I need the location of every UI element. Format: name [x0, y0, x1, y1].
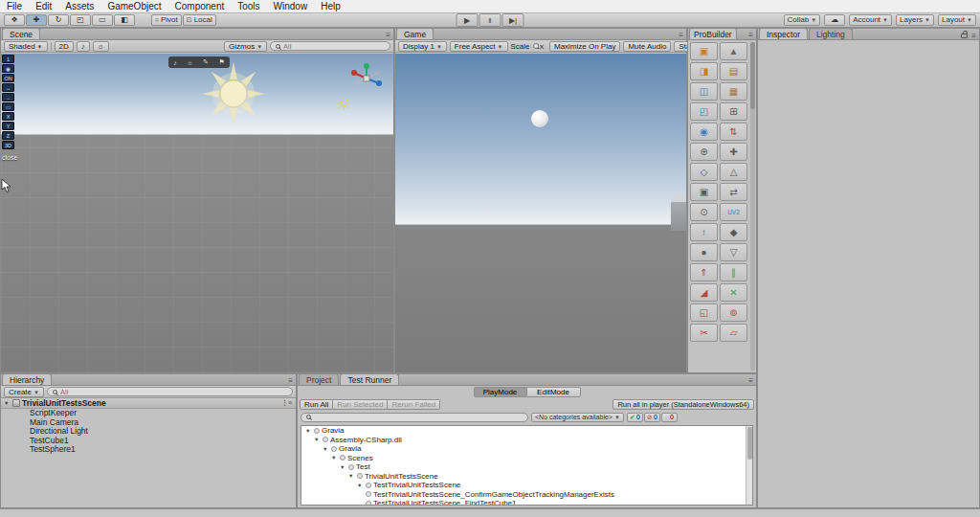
scale-slider-knob[interactable]	[533, 43, 539, 49]
shading-mode-dropdown[interactable]: Shaded▼	[4, 41, 48, 52]
test-tree-scrollbar[interactable]	[746, 426, 752, 505]
mirror-objects[interactable]: ⇄	[720, 183, 747, 201]
export-asset[interactable]: ↑	[690, 223, 718, 241]
foldout-icon[interactable]: ▼	[340, 464, 346, 470]
2d-toggle[interactable]: 2D	[55, 41, 74, 52]
maximize-on-play-toggle[interactable]: Maximize On Play	[549, 41, 620, 52]
menu-window[interactable]: Window	[267, 0, 315, 13]
menu-edit[interactable]: Edit	[29, 0, 58, 13]
connect-edges[interactable]: ✕	[720, 283, 747, 302]
light-icon[interactable]: ☼	[187, 59, 192, 66]
local-toggle[interactable]: ⊡Local	[183, 14, 216, 26]
editmode-tab[interactable]: EditMode	[527, 387, 581, 397]
vertex-colors[interactable]: ◉	[690, 123, 718, 141]
probuilderize[interactable]: ◆	[720, 223, 747, 241]
select-hidden[interactable]: ●	[690, 243, 718, 261]
scrollbar-thumb[interactable]	[750, 42, 755, 109]
create-dropdown[interactable]: Create▼	[4, 387, 44, 397]
merge-objects[interactable]: ▣	[690, 183, 718, 201]
test-tree-item[interactable]: ▼Gravia	[301, 426, 752, 436]
test-tree-item[interactable]: ▼Assembly-CSharp.dll	[301, 436, 752, 445]
overlay-x-move[interactable]: ↔	[2, 83, 14, 92]
material-palette[interactable]: ▦	[720, 82, 747, 101]
tab-test-runner[interactable]: Test Runner	[340, 373, 399, 385]
run-all-button[interactable]: Run All	[300, 399, 333, 410]
pane-menu-icon[interactable]: ≡	[748, 376, 753, 385]
weld-vertices[interactable]: ⊚	[720, 303, 747, 322]
hierarchy-item-testsphere1[interactable]: TestSphere1	[1, 445, 296, 455]
scrollbar-thumb[interactable]	[747, 427, 752, 460]
new-shape-tool[interactable]: ▣	[690, 42, 718, 60]
test-tree-item[interactable]: ▼Gravia	[301, 444, 752, 454]
test-tree-item[interactable]: TestTrivialUnitTestsScene_ConfirmGameObj…	[301, 490, 752, 500]
freeze-transform[interactable]: ✚	[720, 143, 747, 161]
step-button[interactable]: ▶|	[502, 13, 524, 27]
overlay-plane[interactable]: ▭	[2, 102, 14, 111]
test-tree-item[interactable]: ▼TestTrivialUnitTestsScene	[301, 481, 752, 490]
collab-dropdown[interactable]: Collab▼	[784, 14, 821, 26]
transform-tool[interactable]: ◧	[114, 14, 135, 26]
smoothing-editor[interactable]: ◫	[690, 82, 718, 101]
foldout-icon[interactable]: ▼	[331, 455, 338, 461]
bevel-edges[interactable]: ◢	[690, 283, 718, 302]
scene-audio-toggle[interactable]: ♪	[77, 41, 90, 52]
scene-orientation-gizmo[interactable]	[347, 59, 386, 98]
tab-inspector[interactable]: Inspector	[759, 28, 808, 39]
edit-icon[interactable]: ✎	[203, 58, 209, 66]
overlay-layer-1[interactable]: 1	[2, 55, 14, 63]
tab-hierarchy[interactable]: Hierarchy	[2, 373, 52, 385]
move-tool[interactable]: ✚	[26, 14, 47, 26]
categories-dropdown[interactable]: <No categories available>▼	[531, 413, 624, 422]
menu-assets[interactable]: Assets	[58, 0, 100, 13]
scene-options-icon[interactable]: ⋮≡	[281, 399, 292, 407]
scene-search-input[interactable]: All	[270, 41, 390, 51]
pane-menu-icon[interactable]: ≡	[288, 376, 293, 385]
play-button[interactable]: ▶	[457, 13, 479, 27]
tab-project[interactable]: Project	[299, 373, 339, 385]
pause-button[interactable]: ‖	[479, 13, 501, 27]
pane-menu-icon[interactable]: ≡	[748, 31, 753, 39]
test-tree-item[interactable]: TestTrivialUnitTestsScene_FindTestCube1	[301, 499, 752, 506]
shrink-selection[interactable]: ▽	[720, 243, 747, 261]
menu-component[interactable]: Component	[168, 0, 232, 13]
run-in-player-button[interactable]: Run all in player (StandaloneWindows64)	[612, 399, 754, 410]
material-editor[interactable]: ▤	[720, 62, 747, 80]
rerun-failed-button[interactable]: Rerun Failed	[388, 399, 440, 410]
flip-normals[interactable]: ⇅	[720, 123, 747, 141]
extrude-faces[interactable]: ⇑	[690, 263, 718, 281]
tab-game[interactable]: Game	[396, 28, 434, 39]
lock-icon[interactable]	[961, 34, 968, 38]
rotate-tool[interactable]: ↻	[48, 14, 69, 26]
foldout-icon[interactable]: ▼	[305, 428, 312, 434]
overlay-axis-z[interactable]: Z	[2, 131, 14, 140]
shape-generator[interactable]: ◨	[690, 62, 718, 80]
foldout-icon[interactable]: ▼	[348, 473, 355, 479]
overlay-arrow[interactable]: →	[2, 93, 14, 101]
rect-tool[interactable]: ▭	[92, 14, 113, 26]
account-dropdown[interactable]: Account▼	[849, 14, 892, 26]
pivot-toggle[interactable]: ⌗Pivot	[151, 14, 182, 26]
tab-probuilder[interactable]: ProBuilder	[689, 28, 737, 39]
overlay-axis-y[interactable]: Y	[2, 122, 14, 130]
layout-dropdown[interactable]: Layout▼	[938, 14, 976, 26]
notrun-filter[interactable]: ◌0	[661, 413, 678, 422]
run-selected-button[interactable]: Run Selected	[333, 399, 388, 410]
test-tree-item[interactable]: ▼Scenes	[301, 454, 752, 463]
uv-editor[interactable]: ◰	[690, 102, 718, 121]
detach-faces[interactable]: ◱	[690, 303, 718, 322]
tab-scene[interactable]: Scene	[2, 28, 40, 39]
menu-tools[interactable]: Tools	[231, 0, 266, 13]
directional-light-gizmo[interactable]	[336, 96, 351, 111]
overlay-on-toggle[interactable]: ON	[2, 74, 14, 82]
mute-audio-toggle[interactable]: Mute Audio	[623, 41, 671, 52]
display-dropdown[interactable]: Display 1▼	[398, 41, 447, 52]
hierarchy-search-input[interactable]: All	[47, 387, 293, 396]
fill-hole[interactable]: ▱	[720, 324, 747, 342]
new-poly-shape-tool[interactable]: ▲	[720, 42, 747, 60]
gizmos-dropdown[interactable]: Gizmos▼	[224, 41, 267, 52]
insert-edge-loop[interactable]: ∥	[720, 263, 747, 281]
scale-tool[interactable]: ◰	[70, 14, 91, 26]
foldout-icon[interactable]: ▼	[314, 437, 321, 442]
test-tree-item[interactable]: ▼TrivialUnitTestsScene	[301, 472, 752, 482]
pan-tool[interactable]: ❖	[4, 14, 25, 26]
